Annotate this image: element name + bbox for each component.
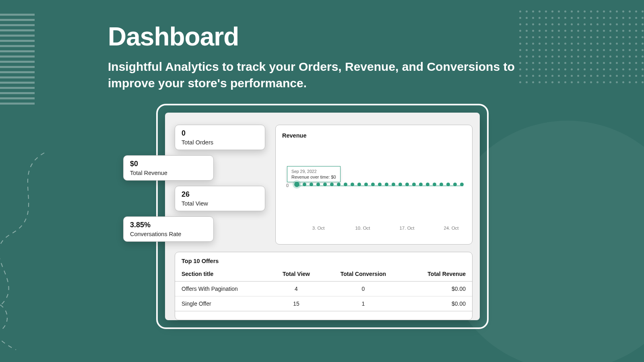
col-total-revenue: Total Revenue — [403, 267, 472, 282]
metric-value: 26 — [182, 190, 258, 199]
cell-total-view: 15 — [269, 296, 324, 311]
metric-label: Total Orders — [182, 139, 258, 146]
page-header: Dashboard Insightful Analytics to track … — [108, 22, 564, 91]
page-subtitle: Insightful Analytics to track your Order… — [108, 59, 530, 91]
cell-total-conversion: 0 — [324, 282, 403, 296]
col-total-view: Total View — [269, 267, 324, 282]
metric-value: $0 — [130, 160, 207, 168]
table-header-row: Section title Total View Total Conversio… — [175, 267, 472, 282]
chart-tooltip: Sep 29, 2022 Revenue over time: $0 — [287, 166, 341, 182]
metric-total-views: 26 Total View — [175, 186, 265, 211]
cell-total-revenue: $0.00 — [403, 282, 472, 296]
cell-section-title: Offers With Pagination — [175, 282, 269, 296]
cell-section-title: Single Offer — [175, 296, 269, 311]
x-tick: 24. Oct — [439, 226, 463, 230]
chart-point-highlighted — [294, 182, 299, 187]
metric-total-revenue: $0 Total Revenue — [123, 155, 214, 181]
table-title: Top 10 Offers — [175, 258, 472, 267]
revenue-chart-card: Revenue Sep 29, 2022 Revenue over time: … — [275, 125, 473, 245]
cell-total-view: 4 — [269, 282, 324, 296]
table-row[interactable]: Single Offer 15 1 $0.00 — [175, 296, 472, 311]
chart-title: Revenue — [282, 132, 466, 139]
metric-value: 0 — [182, 129, 258, 138]
metric-value: 3.85% — [130, 221, 207, 229]
metric-label: Total Revenue — [130, 170, 207, 176]
x-tick: 3. Oct — [306, 226, 330, 230]
col-section-title: Section title — [175, 267, 269, 282]
page-title: Dashboard — [108, 22, 564, 51]
chart-points — [294, 183, 465, 187]
cell-total-conversion: 1 — [324, 296, 403, 311]
top-offers-card: Top 10 Offers Section title Total View T… — [175, 252, 473, 320]
x-tick: 17. Oct — [395, 226, 419, 230]
metric-conversion-rate: 3.85% Conversations Rate — [123, 216, 214, 242]
tooltip-value: Revenue over time: $0 — [291, 175, 336, 179]
col-total-conversion: Total Conversion — [324, 267, 403, 282]
cell-total-revenue: $0.00 — [403, 296, 472, 311]
y-axis-zero: 0 — [286, 183, 289, 188]
metric-label: Conversations Rate — [130, 231, 207, 237]
metric-label: Total View — [182, 200, 258, 207]
table-row[interactable]: Offers With Pagination 4 0 $0.00 — [175, 282, 472, 296]
decoration-stripes — [0, 14, 35, 105]
svg-point-0 — [0, 302, 7, 333]
chart-area[interactable]: Sep 29, 2022 Revenue over time: $0 0 3. … — [282, 142, 466, 230]
metric-total-orders: 0 Total Orders — [175, 125, 265, 150]
decoration-squiggle — [0, 149, 64, 350]
x-axis-ticks: 3. Oct 10. Oct 17. Oct 24. Oct — [306, 226, 463, 230]
offers-table: Section title Total View Total Conversio… — [175, 267, 472, 311]
tooltip-date: Sep 29, 2022 — [291, 169, 336, 174]
x-tick: 10. Oct — [351, 226, 375, 230]
